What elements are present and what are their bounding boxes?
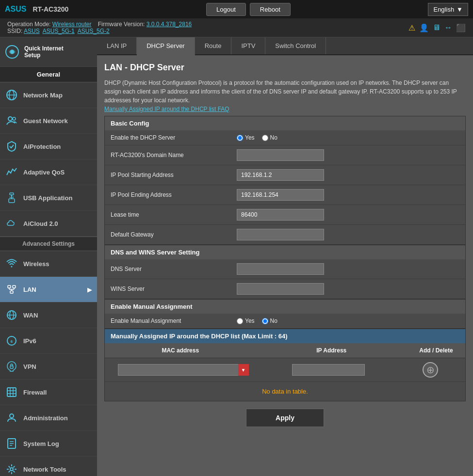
monitor-icon[interactable]: 🖥	[433, 23, 440, 32]
usb-icon[interactable]: ⬛	[456, 23, 466, 32]
domain-name-input[interactable]	[237, 149, 324, 161]
mac-dropdown-arrow[interactable]: ▼	[238, 364, 249, 376]
dhcp-list-header: Manually Assigned IP around the DHCP lis…	[105, 329, 465, 343]
default-gateway-input[interactable]	[237, 229, 324, 240]
sidebar-item-aicloud[interactable]: AiCloud 2.0	[0, 211, 97, 237]
ip-address-input[interactable]	[292, 364, 365, 376]
sidebar-item-network-tools[interactable]: Network Tools	[0, 457, 97, 476]
enable-manual-no-radio[interactable]	[262, 318, 268, 324]
sidebar-item-adaptive-qos[interactable]: Adaptive QoS	[0, 159, 97, 185]
sidebar-item-wan[interactable]: WAN	[0, 302, 97, 328]
enable-dhcp-yes-label[interactable]: Yes	[237, 134, 255, 141]
enable-manual-no-label[interactable]: No	[262, 317, 277, 324]
network-map-icon	[5, 88, 18, 102]
mac-address-cell: ▼	[111, 364, 256, 376]
operation-mode-link[interactable]: Wireless router	[52, 21, 92, 28]
col-mac-address: MAC address	[105, 343, 256, 358]
logout-button[interactable]: Logout	[206, 3, 246, 16]
dns-server-label: DNS Server	[111, 266, 237, 272]
wins-server-row: WINS Server	[105, 279, 465, 299]
enable-dhcp-control: Yes No	[237, 134, 459, 141]
enable-manual-yes-label[interactable]: Yes	[237, 317, 255, 324]
enable-dhcp-no-label[interactable]: No	[262, 134, 277, 141]
info-icons: ⚠ 👤 🖥 ↔ ⬛	[408, 23, 466, 32]
sidebar-item-firewall[interactable]: Firewall	[0, 380, 97, 405]
sidebar-item-ipv6[interactable]: 6 IPv6	[0, 328, 97, 354]
sidebar-item-vpn[interactable]: VPN	[0, 354, 97, 380]
enable-manual-control: Yes No	[237, 317, 459, 324]
content-area: LAN - DHCP Server DHCP (Dynamic Host Con…	[97, 55, 473, 442]
guest-network-icon	[5, 114, 18, 127]
header: ASUS RT-AC3200 Logout Reboot English ▼	[0, 0, 473, 18]
ip-pool-start-input[interactable]	[237, 169, 324, 181]
reboot-button[interactable]: Reboot	[250, 3, 291, 16]
tab-switch-control[interactable]: Switch Control	[265, 37, 326, 54]
layout: Quick InternetSetup General Network Map	[0, 37, 473, 476]
faq-link[interactable]: Manually Assigned IP around the DHCP lis…	[104, 106, 229, 112]
svg-point-30	[10, 414, 14, 418]
enable-dhcp-row: Enable the DHCP Server Yes No	[105, 130, 465, 145]
wins-server-input[interactable]	[237, 283, 324, 295]
lease-time-input[interactable]	[237, 209, 324, 221]
sidebar-item-administration[interactable]: Administration	[0, 405, 97, 431]
enable-dhcp-yes-radio[interactable]	[237, 135, 243, 141]
tab-lan-ip[interactable]: LAN IP	[97, 37, 137, 54]
quick-internet-setup[interactable]: Quick InternetSetup	[0, 37, 97, 67]
mac-address-select[interactable]	[118, 364, 249, 376]
svg-point-35	[10, 468, 13, 471]
user-icon[interactable]: 👤	[419, 23, 429, 32]
sidebar-item-system-log[interactable]: System Log	[0, 431, 97, 457]
page-title: LAN - DHCP Server	[104, 63, 466, 73]
sidebar-item-wireless[interactable]: Wireless	[0, 251, 97, 277]
dns-server-input[interactable]	[237, 263, 324, 275]
warning-icon[interactable]: ⚠	[408, 23, 415, 32]
system-log-icon	[5, 437, 18, 450]
enable-dhcp-label: Enable the DHCP Server	[111, 134, 237, 141]
manual-assignment-header: Enable Manual Assignment	[105, 300, 465, 314]
ssid-link-3[interactable]: ASUS_5G-2	[78, 28, 110, 34]
ip-address-cell	[256, 364, 402, 376]
info-left: Operation Mode: Wireless router Firmware…	[7, 21, 192, 34]
quick-setup-label: Quick InternetSetup	[24, 45, 64, 59]
ssid-link-1[interactable]: ASUS	[24, 28, 40, 34]
enable-manual-yes-radio[interactable]	[237, 318, 243, 324]
firmware-link[interactable]: 3.0.0.4.378_2816	[147, 21, 192, 28]
dhcp-list-column-headers: MAC address IP Address Add / Delete	[105, 343, 465, 358]
sidebar-item-network-map[interactable]: Network Map	[0, 82, 97, 108]
info-bar: Operation Mode: Wireless router Firmware…	[0, 18, 473, 37]
tab-dhcp-server[interactable]: DHCP Server	[137, 37, 195, 55]
language-selector[interactable]: English ▼	[428, 3, 468, 16]
domain-name-row: RT-AC3200's Domain Name	[105, 145, 465, 165]
no-data-message: No data in table.	[105, 382, 465, 401]
network-icon[interactable]: ↔	[444, 23, 452, 32]
adaptive-qos-label: Adaptive QoS	[23, 169, 65, 176]
svg-point-6	[13, 117, 16, 120]
wan-label: WAN	[23, 312, 38, 319]
svg-rect-7	[10, 193, 14, 195]
sidebar: Quick InternetSetup General Network Map	[0, 37, 97, 476]
domain-name-control	[237, 149, 459, 161]
ssid-link-2[interactable]: ASUS_5G-1	[43, 28, 75, 34]
dhcp-list-input-row: ▼ ⊕	[105, 358, 465, 382]
main-content: LAN IP DHCP Server Route IPTV Switch Con…	[97, 37, 473, 476]
default-gateway-control	[237, 229, 459, 240]
ip-pool-end-input[interactable]	[237, 189, 324, 201]
enable-dhcp-no-radio[interactable]	[262, 135, 268, 141]
tab-bar: LAN IP DHCP Server Route IPTV Switch Con…	[97, 37, 473, 55]
lan-label: LAN	[23, 286, 36, 293]
add-entry-button[interactable]: ⊕	[423, 362, 438, 378]
svg-text:6: 6	[11, 339, 13, 344]
sidebar-item-lan[interactable]: LAN ▶	[0, 277, 97, 302]
sidebar-item-usb-application[interactable]: USB Application	[0, 185, 97, 211]
administration-icon	[5, 411, 18, 425]
vpn-icon	[5, 360, 18, 373]
tab-route[interactable]: Route	[195, 37, 232, 54]
ipv6-label: IPv6	[23, 337, 36, 345]
sidebar-item-aiprotection[interactable]: AiProtection	[0, 134, 97, 159]
apply-button[interactable]: Apply	[246, 409, 324, 427]
sidebar-item-guest-network[interactable]: Guest Network	[0, 108, 97, 134]
tab-iptv[interactable]: IPTV	[231, 37, 265, 54]
ip-pool-start-control	[237, 169, 459, 181]
svg-line-10	[10, 197, 11, 198]
ip-pool-end-label: IP Pool Ending Address	[111, 191, 237, 198]
